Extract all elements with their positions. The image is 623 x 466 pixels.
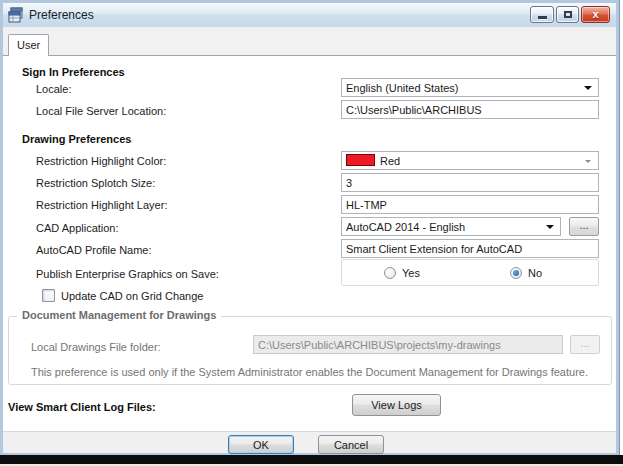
view-logs-button[interactable]: View Logs [352,394,441,416]
document-management-note: This preference is used only if the Syst… [31,366,588,378]
drawings-folder-input: C:\Users\Public\ARCHIBUS\projects\my-dra… [253,335,563,354]
locale-label: Locale: [36,83,71,95]
dialog-footer: OK Cancel [3,431,616,453]
cad-application-value: AutoCAD 2014 - English [346,221,465,233]
cad-application-select[interactable]: AutoCAD 2014 - English [341,217,561,236]
cad-application-label: CAD Application: [36,222,119,234]
chevron-down-icon [584,86,592,90]
dialog-content: Sign In Preferences Locale: English (Uni… [3,56,616,431]
file-server-input[interactable]: C:\Users\Public\ARCHIBUS [341,100,599,119]
preferences-dialog: Preferences x User Sign In Preferences L… [0,0,619,455]
tab-user[interactable]: User [8,34,49,56]
publish-graphics-label: Publish Enterprise Graphics on Save: [36,268,219,280]
maximize-button[interactable] [556,6,579,23]
radio-selected-dot [513,270,519,276]
highlight-color-select[interactable]: Red [341,151,599,170]
chevron-down-icon [546,225,554,229]
splotch-size-input[interactable]: 3 [341,173,599,192]
minimize-button[interactable] [530,6,554,23]
publish-graphics-radio-group: Yes No [341,259,599,286]
highlight-color-label: Restriction Highlight Color: [36,155,166,167]
highlight-layer-label: Restriction Highlight Layer: [36,199,167,211]
color-swatch-red [346,154,375,166]
radio-yes[interactable] [384,267,396,279]
document-management-group: Document Management for Drawings Local D… [8,316,612,385]
highlight-layer-input[interactable]: HL-TMP [341,195,599,214]
close-icon: x [582,8,609,20]
highlight-color-value: Red [380,155,400,167]
close-button[interactable]: x [581,6,610,23]
radio-yes-label: Yes [402,267,420,279]
ok-button[interactable]: OK [228,435,294,454]
view-logs-label: View Smart Client Log Files: [8,401,156,413]
radio-no[interactable] [510,267,522,279]
minimize-icon [538,16,547,19]
tab-strip [3,27,616,56]
drawing-preferences-heading: Drawing Preferences [22,133,131,145]
profile-name-input[interactable]: Smart Client Extension for AutoCAD [341,239,599,258]
file-server-label: Local File Server Location: [36,105,166,117]
sign-in-preferences-heading: Sign In Preferences [22,66,125,78]
document-management-heading: Document Management for Drawings [17,309,221,321]
title-bar[interactable]: Preferences x [3,3,616,28]
maximize-icon [564,11,572,18]
window-title: Preferences [29,8,94,22]
drawings-folder-browse-button: ... [570,335,600,354]
profile-name-label: AutoCAD Profile Name: [36,244,152,256]
locale-select[interactable]: English (United States) [341,78,599,97]
drawings-folder-label: Local Drawings File folder: [31,341,161,353]
locale-value: English (United States) [346,82,459,94]
cad-application-browse-button[interactable]: ... [569,217,599,236]
chevron-down-icon [585,160,591,163]
app-icon [8,7,24,23]
cancel-button[interactable]: Cancel [318,435,384,454]
screen-bottom-bar [0,455,623,464]
update-cad-checkbox[interactable] [42,289,55,302]
update-cad-label: Update CAD on Grid Change [61,290,203,302]
splotch-size-label: Restriction Splotch Size: [36,177,155,189]
radio-no-label: No [528,267,542,279]
